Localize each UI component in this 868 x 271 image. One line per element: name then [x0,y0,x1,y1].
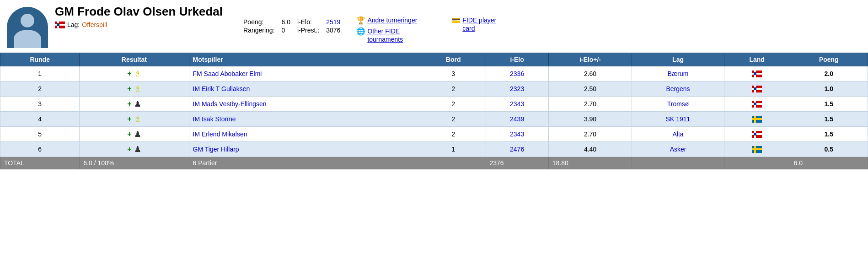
rangering-value: 0 [282,27,290,34]
footer-partier: 6 Partier [189,157,421,169]
col-bord: Bord [421,53,486,66]
footer-poeng: 6.0 [790,157,868,169]
page-wrapper: GM Frode Olav Olsen Urkedal Lag: Offersp… [0,0,868,169]
result-plus: + [127,70,131,78]
cell-ielo: 2343 [486,97,548,112]
results-table: Runde Resultat Motspiller Bord i-Elo i-E… [0,53,868,169]
cell-runde: 1 [0,66,80,81]
cell-poeng: 0.5 [790,142,868,157]
team-link[interactable]: Offerspill [82,21,107,28]
cell-result: + ♗ [80,81,189,97]
link-fide-player[interactable]: 💳 FIDE playercard [451,16,496,33]
stats-grid: Poeng: 6.0 i-Elo: 2519 Rangering: 0 i-Pr… [243,18,340,34]
fide-card-icon: 💳 [451,16,461,25]
cell-lag: Bærum [632,66,724,81]
cell-lag: Tromsø [632,97,724,112]
poeng-value: 6.0 [282,18,290,26]
cell-lag: Bergens [632,81,724,97]
link-other-fide[interactable]: 🌐 Other FIDEtournaments [356,27,417,43]
player-title: GM [55,5,74,18]
cell-runde: 5 [0,127,80,142]
result-plus: + [127,145,131,153]
col-resultat: Resultat [80,53,189,66]
cell-ielo-pm: 2.70 [548,97,632,112]
cell-runde: 2 [0,81,80,97]
table-row: 5 + ♟ IM Erlend Mikalsen 2 2343 2.70 Alt… [0,127,868,142]
piece-icon: ♗ [134,114,141,124]
player-fullname: Frode Olav Olsen Urkedal [77,5,223,18]
footer-result: 6.0 / 100% [80,157,189,169]
cell-opponent[interactable]: IM Isak Storme [189,112,421,127]
cell-ielo-pm: 3.90 [548,112,632,127]
other-fide-icon: 🌐 [356,27,365,36]
iprest-label: i-Prest.: [297,27,319,34]
cell-poeng: 1.0 [790,81,868,97]
table-row: 3 + ♟ IM Mads Vestby-Ellingsen 2 2343 2.… [0,97,868,112]
result-plus: + [127,100,131,108]
cell-ielo-pm: 2.70 [548,127,632,142]
col-ielo-pm: i-Elo+/- [548,53,632,66]
footer-empty-lag [632,157,724,169]
player-info: GM Frode Olav Olsen Urkedal Lag: Offersp… [55,5,223,28]
cell-bord: 1 [421,142,486,157]
cell-poeng: 2.0 [790,66,868,81]
other-fide-link-text[interactable]: Other FIDEtournaments [367,27,403,43]
ielo-label: i-Elo: [297,18,319,26]
player-avatar [7,7,48,48]
table-row: 2 + ♗ IM Eirik T Gullaksen 2 2323 2.50 B… [0,81,868,97]
footer-label: TOTAL [0,157,80,169]
cell-runde: 4 [0,112,80,127]
cell-opponent[interactable]: IM Erlend Mikalsen [189,127,421,142]
cell-lag: Asker [632,142,724,157]
poeng-label: Poeng: [243,18,275,26]
cell-opponent[interactable]: IM Mads Vestby-Ellingsen [189,97,421,112]
cell-lag: SK 1911 [632,112,724,127]
cell-opponent[interactable]: IM Eirik T Gullaksen [189,81,421,97]
piece-icon: ♗ [134,69,141,79]
footer-ielo: 2376 [486,157,548,169]
flag-norway-icon [55,22,65,28]
cell-land [724,127,790,142]
flag-icon [752,86,762,92]
cell-bord: 3 [421,66,486,81]
cell-land [724,112,790,127]
col-runde: Runde [0,53,80,66]
cell-ielo: 2476 [486,142,548,157]
table-row: 4 + ♗ IM Isak Storme 2 2439 3.90 SK 1911… [0,112,868,127]
flag-icon [752,146,762,153]
andre-link-text[interactable]: Andre turneringer [367,16,417,24]
footer-ielo-pm: 18.80 [548,157,632,169]
cell-runde: 3 [0,97,80,112]
andre-icon: 🏆 [356,16,365,25]
cell-land [724,142,790,157]
cell-bord: 2 [421,127,486,142]
col-ielo: i-Elo [486,53,548,66]
cell-result: + ♟ [80,97,189,112]
table-header-row: Runde Resultat Motspiller Bord i-Elo i-E… [0,53,868,66]
cell-ielo-pm: 2.50 [548,81,632,97]
player-stats: Poeng: 6.0 i-Elo: 2519 Rangering: 0 i-Pr… [243,5,340,34]
cell-opponent[interactable]: GM Tiger Hillarp [189,142,421,157]
cell-ielo: 2336 [486,66,548,81]
team-label: Lag: [67,21,80,28]
cell-poeng: 1.5 [790,97,868,112]
cell-bord: 2 [421,112,486,127]
piece-icon: ♟ [134,129,141,139]
cell-opponent[interactable]: FM Saad Abobaker Elmi [189,66,421,81]
player-team: Lag: Offerspill [55,21,223,28]
flag-icon [752,131,762,138]
cell-land [724,97,790,112]
cell-bord: 2 [421,97,486,112]
link-andre[interactable]: 🏆 Andre turneringer [356,16,417,25]
rangering-label: Rangering: [243,27,275,34]
fide-card-link-text[interactable]: FIDE playercard [462,16,496,33]
col-poeng: Poeng [790,53,868,66]
cell-ielo-pm: 2.60 [548,66,632,81]
piece-icon: ♟ [134,144,141,154]
player-header: GM Frode Olav Olsen Urkedal Lag: Offersp… [0,0,868,53]
cell-poeng: 1.5 [790,127,868,142]
cell-result: + ♟ [80,127,189,142]
cell-poeng: 1.5 [790,112,868,127]
cell-ielo: 2323 [486,81,548,97]
col-lag: Lag [632,53,724,66]
